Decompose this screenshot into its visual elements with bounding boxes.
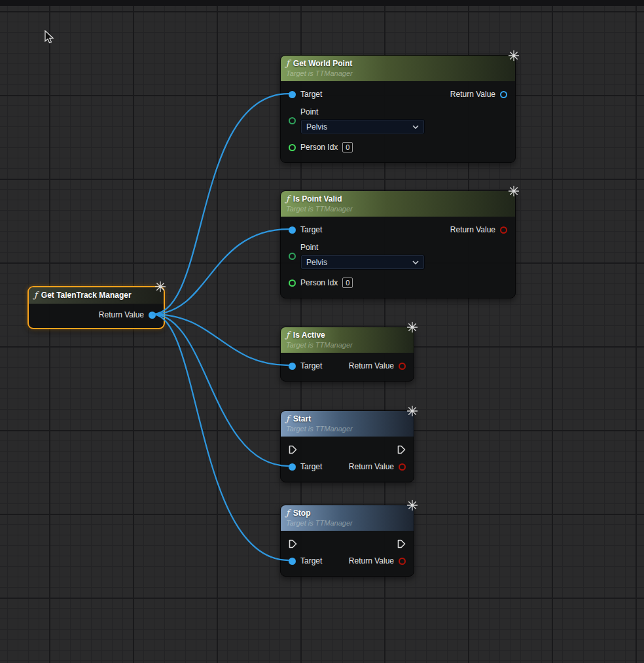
return-value-output-pin[interactable] (399, 463, 406, 471)
pin-row: Target Return Value (281, 357, 414, 375)
wire-manager-to-is-point-valid[interactable] (152, 229, 289, 314)
point-enum-value: Pelvis (306, 122, 327, 132)
pin-row: Point Pelvis (281, 103, 515, 138)
point-input-pin[interactable] (289, 117, 296, 124)
return-value-output-pin[interactable] (399, 558, 406, 565)
node-badge-icon (154, 281, 166, 293)
return-value-output-pin[interactable] (500, 226, 507, 234)
point-enum-value: Pelvis (306, 258, 327, 267)
pin-row: Target Return Value (281, 552, 414, 570)
pin-row: Target Return Value (281, 458, 414, 476)
return-value-pin-label: Return Value (450, 225, 495, 235)
person-idx-input[interactable]: 0 (342, 142, 353, 152)
wire-manager-to-get-world-point[interactable] (152, 94, 289, 314)
node-title: Is Active (293, 331, 325, 340)
pin-row: Person Idx 0 (281, 274, 515, 292)
node-subtitle: Target is TTManager (286, 204, 510, 213)
return-value-pin-label: Return Value (349, 556, 394, 566)
point-pin-label: Point (300, 243, 425, 253)
exec-output-pin[interactable] (397, 445, 406, 454)
exec-row (281, 441, 414, 458)
pin-row: Target Return Value (281, 221, 515, 239)
exec-input-pin[interactable] (289, 445, 297, 454)
target-input-pin[interactable] (289, 363, 296, 370)
target-input-pin[interactable] (289, 463, 296, 471)
node-title: Start (293, 414, 311, 424)
wire-manager-to-stop[interactable] (152, 314, 289, 560)
node-get-talentrack-manager[interactable]: ƒ Get TalenTrack Manager Return Value (27, 286, 165, 329)
point-pin-label: Point (300, 107, 425, 117)
node-badge-icon (406, 499, 418, 511)
node-subtitle: Target is TTManager (286, 518, 408, 528)
node-stop[interactable]: ƒ Stop Target is TTManager Target Return… (280, 505, 414, 577)
pin-row: Point Pelvis (281, 239, 515, 274)
blueprint-graph-canvas[interactable]: ƒ Get World Point Target is TTManager Ta… (0, 0, 644, 663)
target-pin-label: Target (300, 462, 322, 472)
target-pin-label: Target (300, 556, 322, 566)
pin-row: Person Idx 0 (281, 138, 515, 156)
target-input-pin[interactable] (289, 91, 296, 98)
target-pin-label: Target (300, 361, 322, 371)
return-value-output-pin[interactable] (500, 91, 507, 98)
node-subtitle: Target is TTManager (286, 69, 510, 78)
wire-manager-to-start[interactable] (152, 314, 289, 466)
node-start[interactable]: ƒ Start Target is TTManager Target Retur… (280, 410, 414, 482)
person-idx-pin-label: Person Idx (300, 278, 338, 288)
person-idx-pin-label: Person Idx (300, 143, 338, 152)
point-enum-dropdown[interactable]: Pelvis (300, 119, 425, 134)
node-badge-icon (406, 405, 418, 417)
node-badge-icon (508, 50, 520, 62)
target-pin-label: Target (300, 225, 322, 235)
node-header[interactable]: ƒ Is Point Valid Target is TTManager (281, 191, 515, 217)
return-value-pin-label: Return Value (99, 310, 144, 320)
node-is-point-valid[interactable]: ƒ Is Point Valid Target is TTManager Tar… (280, 190, 516, 298)
return-value-output-pin[interactable] (149, 312, 156, 319)
return-value-pin-label: Return Value (349, 361, 394, 371)
pin-row: Return Value (29, 306, 164, 324)
function-icon: ƒ (34, 290, 37, 300)
node-title: Get TalenTrack Manager (41, 291, 132, 300)
function-icon: ƒ (286, 194, 289, 204)
function-icon: ƒ (286, 414, 289, 423)
return-value-output-pin[interactable] (399, 363, 406, 370)
chevron-down-icon (412, 125, 419, 129)
return-value-pin-label: Return Value (450, 90, 495, 99)
node-badge-icon (508, 185, 520, 197)
exec-output-pin[interactable] (397, 539, 406, 548)
point-input-pin[interactable] (289, 253, 296, 260)
node-header[interactable]: ƒ Get TalenTrack Manager (29, 287, 164, 304)
node-title: Is Point Valid (293, 194, 342, 204)
exec-input-pin[interactable] (289, 539, 297, 548)
mouse-cursor (45, 30, 55, 45)
node-subtitle: Target is TTManager (286, 340, 408, 349)
target-input-pin[interactable] (289, 558, 296, 565)
node-header[interactable]: ƒ Start Target is TTManager (281, 411, 414, 437)
pin-row: Target Return Value (281, 86, 515, 103)
wire-manager-to-is-active[interactable] (152, 314, 289, 365)
point-enum-dropdown[interactable]: Pelvis (300, 255, 425, 270)
node-is-active[interactable]: ƒ Is Active Target is TTManager Target R… (280, 327, 414, 382)
node-subtitle: Target is TTManager (286, 424, 408, 433)
node-title: Stop (293, 509, 311, 518)
node-header[interactable]: ƒ Is Active Target is TTManager (281, 327, 414, 353)
viewport-top-edge (0, 0, 644, 6)
node-header[interactable]: ƒ Stop Target is TTManager (281, 505, 414, 531)
target-input-pin[interactable] (289, 226, 296, 234)
node-badge-icon (406, 321, 418, 333)
function-icon: ƒ (286, 58, 289, 68)
node-get-world-point[interactable]: ƒ Get World Point Target is TTManager Ta… (280, 55, 516, 163)
node-header[interactable]: ƒ Get World Point Target is TTManager (281, 56, 515, 81)
person-idx-input-pin[interactable] (289, 279, 296, 287)
function-icon: ƒ (286, 330, 289, 340)
target-pin-label: Target (300, 90, 322, 99)
person-idx-input-pin[interactable] (289, 144, 296, 151)
return-value-pin-label: Return Value (349, 462, 394, 472)
exec-row (281, 535, 414, 552)
chevron-down-icon (412, 260, 419, 264)
person-idx-input[interactable]: 0 (342, 278, 353, 288)
node-title: Get World Point (293, 59, 352, 69)
function-icon: ƒ (286, 508, 289, 518)
